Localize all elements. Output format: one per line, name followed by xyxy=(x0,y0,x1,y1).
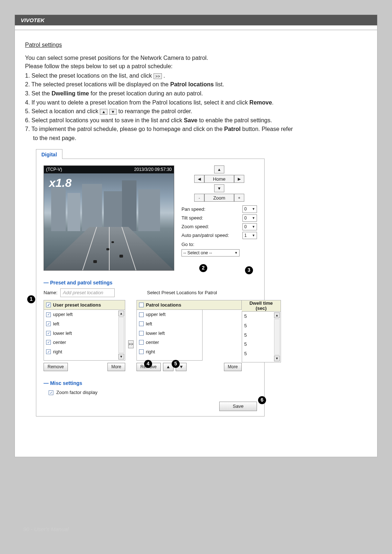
preset-patrol-heading: — Preset and patrol settings xyxy=(44,279,257,286)
zoom-speed-select[interactable]: 0▼ xyxy=(242,223,257,230)
manual-page: VIVOTEK Patrol settings You can select s… xyxy=(15,15,377,457)
step-6: 6. Select patrol locations you want to s… xyxy=(25,116,367,124)
step-1: 1. Select the preset locations on the li… xyxy=(25,72,367,80)
checkbox[interactable] xyxy=(139,312,144,317)
callout-5: 5 xyxy=(172,360,180,368)
panel-body: (TCP-V) 2013/3/20 09:57:30 x1.8 xyxy=(36,159,265,416)
pan-down-button[interactable]: ▼ xyxy=(214,184,224,192)
user-presets-header: User preset locations xyxy=(44,300,125,310)
step-7: 7. To implement the patrol schedule, ple… xyxy=(25,125,367,133)
scroll-down-icon[interactable]: ▼ xyxy=(274,356,280,361)
inline-transfer-icon: >> xyxy=(154,73,162,79)
checkbox[interactable] xyxy=(46,331,51,336)
callout-3: 3 xyxy=(245,266,253,274)
pan-speed-select[interactable]: 0▼ xyxy=(242,205,257,213)
intro-line: You can select some preset positions for… xyxy=(25,54,367,62)
step-2: 2. The selected preset locations will be… xyxy=(25,81,367,89)
page-footer: 90 - User's Manual xyxy=(15,526,377,532)
video-timestamp: 2013/3/20 09:57:30 xyxy=(134,167,172,172)
checkbox[interactable] xyxy=(139,349,144,354)
more-preset-button[interactable]: More xyxy=(107,363,125,371)
home-button[interactable]: Home xyxy=(204,175,234,183)
intro-line: Please follow the steps below to set up … xyxy=(25,62,367,70)
auto-speed-select[interactable]: 1▼ xyxy=(242,232,257,239)
callout-1: 1 xyxy=(27,295,35,303)
name-label: Name: xyxy=(44,290,57,296)
tab-digital[interactable]: Digital xyxy=(36,149,62,159)
zoom-speed-label: Zoom speed: xyxy=(181,223,209,230)
intro-text: You can select some preset positions for… xyxy=(25,54,367,70)
list-item[interactable]: right xyxy=(44,347,125,357)
video-source: (TCP-V) xyxy=(46,167,62,172)
list-item[interactable]: left xyxy=(44,319,125,329)
video-preview: (TCP-V) 2013/3/20 09:57:30 x1.8 xyxy=(44,165,174,271)
list-item[interactable]: left xyxy=(137,319,202,329)
callout-6: 6 xyxy=(258,396,266,404)
zoom-factor-label: Zoom factor display xyxy=(56,389,97,396)
ui-screenshot: Digital (TCP-V) 2013/3/20 09:57:30 x1.8 xyxy=(36,149,265,416)
brand-header: VIVOTEK xyxy=(15,15,377,25)
pan-left-button[interactable]: ◀ xyxy=(194,175,204,183)
steps-list: 1. Select the preset locations on the li… xyxy=(25,72,367,142)
dwell-time-header: Dwell time(sec) xyxy=(242,300,281,312)
save-button[interactable]: Save xyxy=(219,402,257,411)
zoom-in-button[interactable]: + xyxy=(234,194,244,202)
scrollbar[interactable] xyxy=(274,319,280,355)
ptz-controls: ▲ ◀ Home ▶ ▼ - Zoom + Pan speed: xyxy=(181,165,257,271)
list-item[interactable]: center xyxy=(44,338,125,347)
checkbox[interactable] xyxy=(46,340,51,345)
list-item[interactable]: lower left xyxy=(137,329,202,338)
patrol-locations-list: upper left left lower left center right xyxy=(136,310,203,361)
scroll-down-icon[interactable]: ▼ xyxy=(118,354,124,360)
callout-2: 2 xyxy=(199,264,207,272)
select-all-patrol-checkbox[interactable] xyxy=(139,303,144,307)
pan-up-button[interactable]: ▲ xyxy=(214,165,224,173)
list-item[interactable]: lower left xyxy=(44,329,125,338)
select-all-presets-checkbox[interactable] xyxy=(46,303,51,307)
checkbox[interactable] xyxy=(139,321,144,326)
checkbox[interactable] xyxy=(46,349,51,354)
select-locations-label: Select Preset Locations for Patrol xyxy=(147,290,217,296)
callout-4: 4 xyxy=(144,360,152,368)
list-item[interactable]: upper left xyxy=(44,310,125,319)
scrollbar[interactable] xyxy=(118,317,124,353)
dwell-time-list: ▲ ▼ 5 5 5 5 5 xyxy=(242,312,281,362)
checkbox[interactable] xyxy=(46,312,51,317)
page-content: Patrol settings You can select some pres… xyxy=(15,30,377,421)
checkbox[interactable] xyxy=(139,331,144,336)
remove-preset-button[interactable]: Remove xyxy=(44,363,68,371)
zoom-label: Zoom xyxy=(204,194,234,202)
pan-speed-label: Pan speed: xyxy=(181,206,205,213)
step-7-cont: to the next page. xyxy=(25,134,367,142)
zoom-out-button[interactable]: - xyxy=(194,194,204,202)
more-patrol-button[interactable]: More xyxy=(224,363,242,371)
checkbox[interactable] xyxy=(139,340,144,345)
list-item[interactable]: center xyxy=(137,338,202,347)
auto-speed-label: Auto pan/patrol speed: xyxy=(181,232,229,239)
goto-label: Go to: xyxy=(181,241,257,248)
tilt-speed-label: Tilt speed: xyxy=(181,215,203,221)
step-5: 5. Select a location and click ▲ ▼ to re… xyxy=(25,107,367,115)
list-item[interactable]: right xyxy=(137,347,202,357)
preset-name-input[interactable]: Add preset location xyxy=(60,288,115,297)
pan-right-button[interactable]: ▶ xyxy=(234,175,244,183)
scroll-up-icon[interactable]: ▲ xyxy=(274,312,280,318)
step-3: 3. Set the Dwelling time for the preset … xyxy=(25,90,367,98)
checkbox[interactable] xyxy=(46,321,51,326)
goto-select[interactable]: -- Select one --▼ xyxy=(181,249,240,257)
patrol-locations-header: Patrol locations xyxy=(136,300,242,310)
inline-up-icon: ▲ xyxy=(100,109,107,115)
section-title: Patrol settings xyxy=(25,41,367,49)
zoom-factor-checkbox[interactable] xyxy=(49,390,53,395)
scroll-up-icon[interactable]: ▲ xyxy=(118,311,124,316)
inline-down-icon: ▼ xyxy=(109,109,117,115)
misc-settings-heading: — Misc settings xyxy=(44,380,257,387)
list-item[interactable]: upper left xyxy=(137,310,202,319)
tilt-speed-select[interactable]: 0▼ xyxy=(242,214,257,222)
transfer-button[interactable]: >> xyxy=(128,340,134,348)
user-presets-list: ▲ ▼ upper left left lower left center ri… xyxy=(44,310,125,361)
step-4: 4. If you want to delete a preset locati… xyxy=(25,99,367,107)
